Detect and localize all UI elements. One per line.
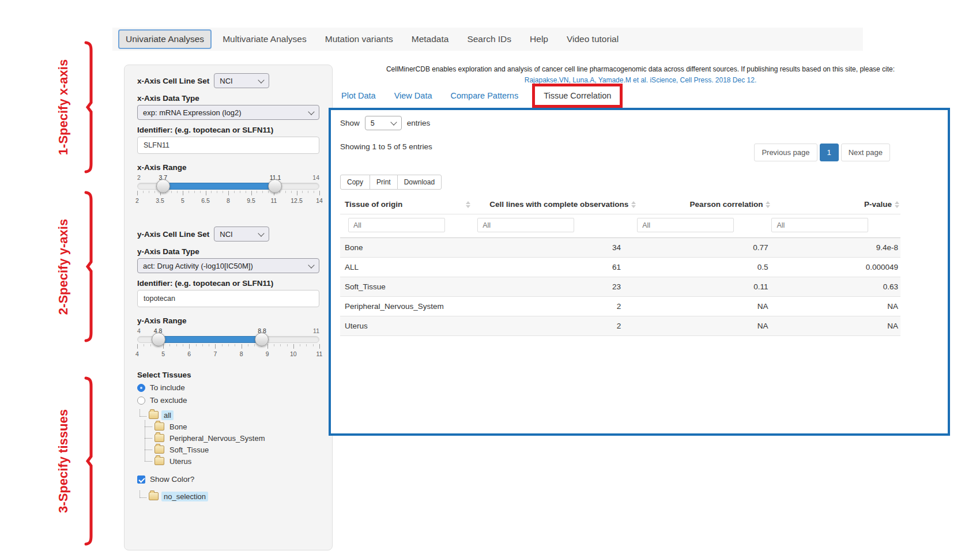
slider-selected-range <box>159 336 263 343</box>
show-color-label: Show Color? <box>150 475 194 484</box>
entries-label: entries <box>407 119 431 127</box>
page-1-button[interactable]: 1 <box>820 144 839 161</box>
tree-item-soft-tissue[interactable]: Soft_Tissue <box>145 444 319 455</box>
filter-input-tissue-of-origin[interactable] <box>348 218 445 232</box>
table-cell: Uterus <box>340 316 477 336</box>
x-axis-range-slider[interactable]: 23.711.11423.556.589.51112.514 <box>137 174 319 206</box>
y-axis-range-slider[interactable]: 44.88.8114567891011 <box>137 327 319 359</box>
tree-item-uterus[interactable]: Uterus <box>145 455 319 467</box>
annotation-label: 1-Specify x-axis <box>56 59 71 155</box>
sort-icon <box>895 201 899 208</box>
annotation-red-box: Tissue Correlation <box>532 84 623 108</box>
table-cell: NA <box>771 297 900 316</box>
selection-tree: no_selection <box>140 490 319 502</box>
tree-connector <box>140 409 146 417</box>
radio-to-exclude-label: To exclude <box>150 396 187 405</box>
tab-compare-patterns[interactable]: Compare Patterns <box>450 91 518 100</box>
column-header-cell-lines-with-complete-observations[interactable]: Cell lines with complete observations <box>477 197 637 214</box>
chevron-down-icon <box>390 119 397 125</box>
filter-input-p-value[interactable] <box>771 218 868 232</box>
folder-icon <box>154 422 164 431</box>
column-header-tissue-of-origin[interactable]: Tissue of origin <box>340 197 477 214</box>
tab-view-data[interactable]: View Data <box>394 91 432 100</box>
chevron-down-icon <box>258 230 265 236</box>
export-buttons: CopyPrintDownload <box>340 175 442 190</box>
copy-button[interactable]: Copy <box>340 175 370 190</box>
annotation-specify-tissues: 3-Specify tissues <box>48 376 99 546</box>
nav-tab-mutation-variants[interactable]: Mutation variants <box>318 29 401 49</box>
column-header-p-value[interactable]: P-value <box>771 197 900 214</box>
bracket-icon <box>82 190 97 343</box>
y-cell-line-set-label: y-Axis Cell Line Set <box>137 230 209 239</box>
nav-tab-video-tutorial[interactable]: Video tutorial <box>559 29 626 49</box>
tree-item-peripheral-nervous-system[interactable]: Peripheral_Nervous_System <box>145 432 319 444</box>
filter-input-pearson-correlation[interactable] <box>637 218 734 232</box>
x-range-label: x-Axis Range <box>137 163 319 172</box>
tissue-tree: all BonePeripheral_Nervous_SystemSoft_Ti… <box>140 409 319 467</box>
y-range-label: y-Axis Range <box>137 316 319 325</box>
x-data-type-select[interactable]: exp: mRNA Expression (log2) <box>137 105 319 120</box>
y-data-type-select[interactable]: act: Drug Activity (-log10[IC50M]) <box>137 258 319 273</box>
y-identifier-label: Identifier: (e.g. topotecan or SLFN11) <box>137 279 319 288</box>
table-cell: 0.77 <box>637 238 771 258</box>
slider-handle-from[interactable] <box>152 333 165 346</box>
x-cell-line-set-select[interactable]: NCI <box>214 73 269 88</box>
tree-item-bone[interactable]: Bone <box>145 421 319 432</box>
table-cell: 2 <box>477 297 637 316</box>
next-page-button[interactable]: Next page <box>841 144 890 161</box>
table-row: Uterus2NANA <box>340 316 900 336</box>
nav-tab-help[interactable]: Help <box>522 29 556 49</box>
annotation-specify-y-axis: 2-Specify y-axis <box>48 190 99 343</box>
folder-icon <box>149 411 159 419</box>
annotation-label: 2-Specify y-axis <box>56 218 71 314</box>
tree-connector <box>140 490 146 498</box>
download-button[interactable]: Download <box>397 175 442 190</box>
x-cell-line-set-value: NCI <box>220 77 232 85</box>
slider-value-label: 2 <box>137 174 141 181</box>
print-button[interactable]: Print <box>370 175 398 190</box>
table-cell: 0.63 <box>771 277 900 297</box>
tissue-correlation-table: Tissue of originCell lines with complete… <box>340 197 900 336</box>
table-row: ALL610.50.000049 <box>340 258 900 277</box>
nav-tab-search-ids[interactable]: Search IDs <box>459 29 519 49</box>
nav-tab-metadata[interactable]: Metadata <box>404 29 457 49</box>
radio-icon <box>137 397 145 405</box>
nav-tab-multivariate-analyses[interactable]: Multivariate Analyses <box>215 29 314 49</box>
pagination: Previous page 1 Next page <box>754 144 890 161</box>
page-size-select[interactable]: 5 <box>365 116 402 130</box>
radio-to-include[interactable]: To include <box>137 383 319 392</box>
showing-entries-text: Showing 1 to 5 of 5 entries <box>340 142 432 151</box>
folder-icon <box>154 457 164 465</box>
show-color-checkbox[interactable]: Show Color? <box>137 475 319 484</box>
x-data-type-label: x-Axis Data Type <box>137 94 319 103</box>
tab-tissue-correlation[interactable]: Tissue Correlation <box>544 91 611 100</box>
x-identifier-input[interactable] <box>137 137 319 154</box>
page-size-value: 5 <box>371 119 375 127</box>
table-cell: NA <box>771 316 900 336</box>
table-cell: NA <box>637 316 771 336</box>
top-nav: Univariate AnalysesMultivariate Analyses… <box>112 28 863 51</box>
column-header-label: Pearson correlation <box>690 200 763 209</box>
tree-item-no-selection[interactable]: no_selection <box>161 492 208 501</box>
slider-handle-from[interactable] <box>156 179 170 193</box>
slider-grid: 4567891011 <box>137 344 319 359</box>
tree-item-all[interactable]: all <box>161 410 174 420</box>
slider-handle-to[interactable] <box>255 333 269 346</box>
slider-value-label: 14 <box>312 174 319 181</box>
x-cell-line-set-label: x-Axis Cell Line Set <box>137 77 209 85</box>
previous-page-button[interactable]: Previous page <box>754 144 817 161</box>
tree-item-label: Soft_Tissue <box>167 445 211 455</box>
filter-input-cell-lines-with-complete-observations[interactable] <box>477 218 574 232</box>
tree-item-label: Peripheral_Nervous_System <box>167 433 267 443</box>
table-cell: Soft_Tissue <box>340 277 477 297</box>
y-cell-line-set-select[interactable]: NCI <box>214 227 269 241</box>
radio-to-exclude[interactable]: To exclude <box>137 396 319 405</box>
content-tabs: Plot DataView DataCompare PatternsTissue… <box>341 84 618 108</box>
nav-tab-univariate-analyses[interactable]: Univariate Analyses <box>118 29 212 49</box>
slider-value-label: 4 <box>137 327 141 334</box>
slider-handle-to[interactable] <box>268 179 282 193</box>
column-header-pearson-correlation[interactable]: Pearson correlation <box>637 197 771 214</box>
y-identifier-input[interactable] <box>137 290 319 307</box>
citation-link[interactable]: Rajapakse.VN, Luna.A, Yamade.M et al. iS… <box>331 76 949 84</box>
tab-plot-data[interactable]: Plot Data <box>341 91 376 100</box>
